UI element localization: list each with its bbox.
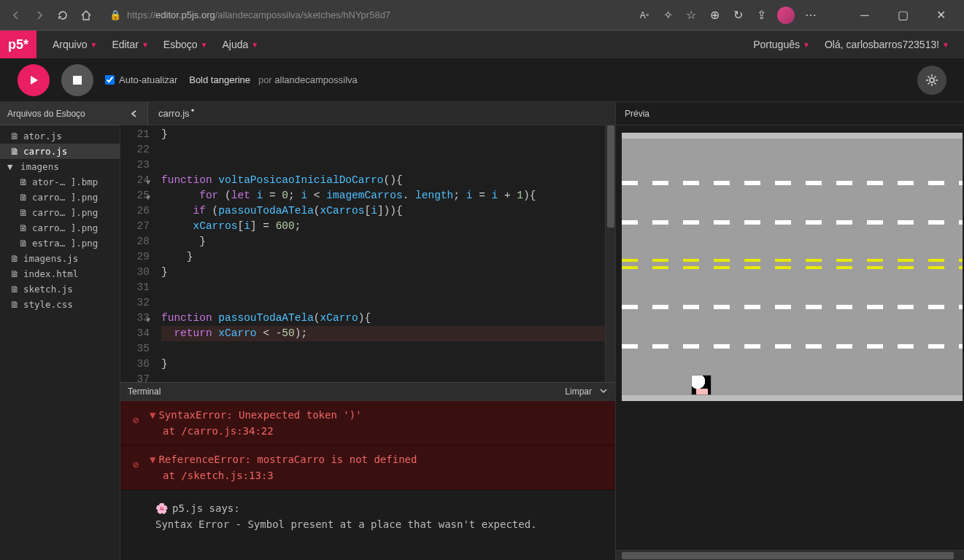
- error-message[interactable]: ▼ReferenceError: mostraCarro is not defi…: [120, 446, 615, 490]
- file-icon: 🗎: [10, 299, 19, 310]
- clear-terminal-button[interactable]: Limpar: [565, 386, 592, 397]
- code-lines[interactable]: }function voltaPosicaoInicialDoCarro(){ …: [155, 125, 605, 382]
- file-item[interactable]: 🗎index.html: [0, 266, 120, 281]
- collapse-terminal-button[interactable]: [599, 386, 608, 397]
- file-icon: 🗎: [10, 268, 19, 279]
- file-tab[interactable]: carro.js•: [148, 102, 204, 125]
- auto-update-toggle[interactable]: Auto-atualizar: [105, 74, 177, 85]
- svg-point-1: [930, 78, 934, 82]
- sidebar-title: Arquivos do Esboço: [0, 102, 120, 125]
- history-button[interactable]: ↻: [730, 8, 745, 23]
- maximize-button[interactable]: ▢: [888, 4, 917, 26]
- file-item[interactable]: 🗎estra… ].png: [0, 236, 120, 251]
- collapse-sidebar-button[interactable]: [120, 102, 148, 125]
- info-message: 🌸p5.js says: Syntax Error - Symbol prese…: [120, 490, 615, 540]
- shopping-icon[interactable]: ✧: [660, 8, 675, 23]
- user-menu[interactable]: Olá, carlosbarros723513! ▼: [825, 39, 949, 50]
- actor-sprite: [691, 375, 712, 395]
- file-label: carro… ].png: [32, 207, 98, 218]
- chevron-down-icon: ▼: [251, 41, 258, 49]
- file-tree: 🗎ator.js🗎carro.js▼imagens🗎ator-… ].bmp🗎c…: [0, 125, 120, 315]
- scrollbar-thumb[interactable]: [622, 552, 954, 559]
- menu-bar: Arquivo ▼ Editar ▼ Esboço ▼ Ajuda ▼: [36, 39, 258, 50]
- forward-button[interactable]: [32, 8, 47, 23]
- file-label: estra… ].png: [32, 238, 98, 249]
- profile-avatar[interactable]: [777, 7, 795, 24]
- line-gutter: 21222324▼25▼2627282930313233▼34353637: [120, 125, 155, 382]
- terminal-title: Terminal: [128, 386, 161, 397]
- center-line: [622, 266, 963, 269]
- file-label: index.html: [23, 268, 78, 279]
- read-aloud-button[interactable]: A»: [637, 8, 652, 23]
- lane-line: [622, 220, 963, 225]
- preview-scrollbar[interactable]: [616, 550, 964, 560]
- code-editor[interactable]: 21222324▼25▼2627282930313233▼34353637 }f…: [120, 125, 615, 382]
- file-item[interactable]: 🗎style.css: [0, 297, 120, 312]
- chevron-down-icon: ▼: [201, 41, 208, 49]
- main-area: Arquivos do Esboço 🗎ator.js🗎carro.js▼ima…: [0, 102, 964, 560]
- terminal-header: Terminal Limpar: [120, 382, 615, 401]
- collections-button[interactable]: ⊕: [707, 8, 722, 23]
- menu-ajuda[interactable]: Ajuda ▼: [222, 39, 258, 50]
- stop-button[interactable]: [61, 64, 93, 96]
- flower-icon: 🌸: [155, 502, 168, 514]
- error-message[interactable]: ▼SyntaxError: Unexpected token ')' at /c…: [120, 401, 615, 446]
- lane-line: [622, 344, 963, 349]
- preview-canvas: [616, 125, 964, 550]
- refresh-button[interactable]: [55, 8, 70, 23]
- file-item[interactable]: 🗎carro… ].png: [0, 220, 120, 236]
- file-icon: 🗎: [10, 146, 19, 157]
- file-sidebar: Arquivos do Esboço 🗎ator.js🗎carro.js▼ima…: [0, 102, 120, 560]
- chevron-down-icon: ▼: [803, 41, 810, 49]
- sketch-title: Bold tangerine por allandecampossilva: [189, 74, 358, 85]
- preview-column: Prévia: [615, 102, 964, 560]
- expand-arrow-icon: ▼: [150, 409, 155, 421]
- file-label: ator.js: [23, 131, 62, 141]
- browser-chrome: 🔒 https://editor.p5js.org/allandecamposs…: [0, 0, 964, 31]
- lane-line: [622, 181, 963, 185]
- menu-arquivo[interactable]: Arquivo ▼: [53, 39, 97, 50]
- chevron-down-icon: ▼: [142, 41, 149, 49]
- editor-scrollbar[interactable]: [605, 125, 615, 382]
- terminal: ▼SyntaxError: Unexpected token ')' at /c…: [120, 401, 615, 560]
- file-label: carro… ].png: [32, 222, 98, 233]
- file-item[interactable]: 🗎carro.js: [0, 144, 120, 159]
- dirty-indicator: •: [191, 105, 195, 116]
- file-item[interactable]: 🗎sketch.js: [0, 281, 120, 297]
- file-icon: 🗎: [19, 222, 28, 233]
- menu-esboco[interactable]: Esboço ▼: [163, 39, 208, 50]
- menu-editar[interactable]: Editar ▼: [112, 39, 148, 50]
- more-button[interactable]: ⋯: [803, 8, 818, 23]
- back-button[interactable]: [9, 8, 23, 23]
- close-window-button[interactable]: ✕: [926, 4, 955, 26]
- settings-button[interactable]: [917, 66, 946, 95]
- file-icon: 🗎: [19, 176, 28, 187]
- folder-item[interactable]: ▼imagens: [0, 159, 120, 174]
- app-nav: p5* Arquivo ▼ Editar ▼ Esboço ▼ Ajuda ▼ …: [0, 31, 964, 58]
- p5-logo[interactable]: p5*: [0, 31, 36, 58]
- play-button[interactable]: [18, 64, 50, 96]
- language-selector[interactable]: Português ▼: [753, 39, 810, 50]
- file-icon: 🗎: [10, 131, 19, 141]
- address-bar[interactable]: 🔒 https://editor.p5js.org/allandecamposs…: [102, 5, 628, 26]
- scrollbar-thumb[interactable]: [607, 125, 614, 228]
- favorite-button[interactable]: ☆: [684, 8, 698, 23]
- file-item[interactable]: 🗎carro… ].png: [0, 190, 120, 205]
- file-label: style.css: [23, 299, 73, 310]
- file-item[interactable]: 🗎carro… ].png: [0, 205, 120, 220]
- tab-bar: carro.js•: [120, 102, 615, 125]
- file-item[interactable]: 🗎imagens.js: [0, 251, 120, 266]
- preview-title: Prévia: [616, 102, 964, 125]
- file-icon: 🗎: [10, 284, 19, 295]
- share-button[interactable]: ⇪: [754, 8, 768, 23]
- auto-update-label: Auto-atualizar: [119, 74, 177, 85]
- file-label: carro.js: [23, 146, 67, 157]
- file-label: carro… ].png: [32, 192, 98, 203]
- road-graphic: [622, 133, 963, 401]
- file-item[interactable]: 🗎ator-… ].bmp: [0, 174, 120, 190]
- home-button[interactable]: [79, 8, 93, 23]
- file-item[interactable]: 🗎ator.js: [0, 128, 120, 144]
- auto-update-checkbox[interactable]: [105, 75, 115, 85]
- file-icon: 🗎: [19, 192, 28, 203]
- minimize-button[interactable]: ─: [850, 4, 879, 26]
